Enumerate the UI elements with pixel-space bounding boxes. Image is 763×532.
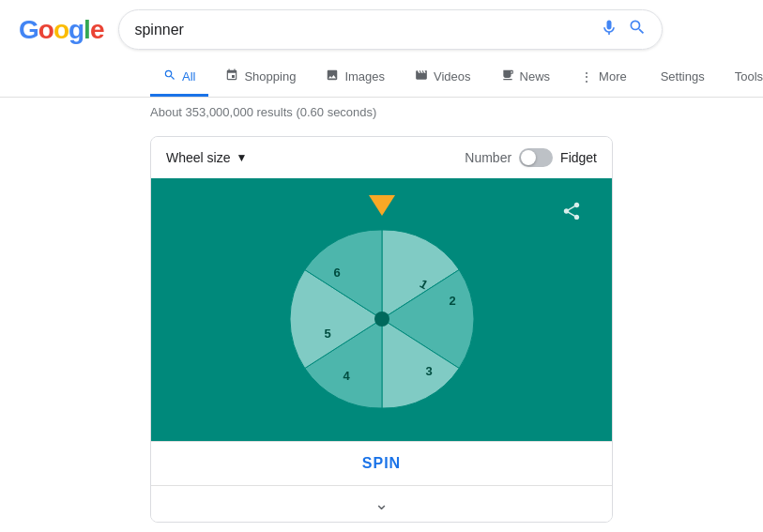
- images-icon: [326, 68, 339, 84]
- toggle-left-label: Number: [465, 150, 511, 165]
- header: Google: [0, 0, 763, 59]
- search-bar: [118, 9, 663, 50]
- spinner-widget: Wheel size ▼ Number Fidget 1 2 3: [150, 136, 613, 523]
- chevron-down-icon: ▼: [236, 151, 247, 164]
- all-icon: [163, 68, 176, 84]
- number-fidget-toggle[interactable]: [519, 148, 553, 167]
- tab-more[interactable]: ⋮ More: [567, 60, 640, 97]
- svg-text:5: 5: [324, 327, 330, 341]
- tab-all[interactable]: All: [150, 59, 208, 97]
- expand-section[interactable]: ⌄: [151, 485, 612, 522]
- tab-images[interactable]: Images: [313, 59, 398, 97]
- mic-icon[interactable]: [600, 18, 618, 41]
- search-input[interactable]: [134, 22, 590, 38]
- spin-section: SPIN: [151, 441, 612, 485]
- spinner-wheel[interactable]: 1 2 3 4 5 6: [279, 216, 485, 422]
- google-logo: Google: [19, 15, 103, 45]
- wheel-size-button[interactable]: Wheel size ▼: [166, 150, 247, 165]
- videos-icon: [415, 68, 428, 84]
- tab-news[interactable]: News: [488, 59, 564, 97]
- tab-shopping[interactable]: Shopping: [212, 59, 309, 97]
- spinner-area: 1 2 3 4 5 6: [151, 178, 612, 441]
- svg-text:3: 3: [425, 364, 432, 378]
- toggle-section: Number Fidget: [465, 148, 597, 167]
- shopping-icon: [225, 68, 238, 84]
- svg-text:2: 2: [449, 294, 455, 308]
- news-icon: [501, 68, 514, 84]
- search-bar-wrapper: [118, 9, 663, 50]
- svg-text:4: 4: [343, 369, 350, 383]
- nav-tabs: All Shopping Images Videos News ⋮ More S…: [0, 59, 763, 98]
- tab-tools[interactable]: Tools: [722, 60, 763, 96]
- more-icon: ⋮: [580, 69, 593, 84]
- svg-text:6: 6: [333, 266, 340, 280]
- spinner-pointer: [369, 195, 395, 216]
- results-info: About 353,000,000 results (0.60 seconds): [0, 98, 763, 127]
- toggle-right-label: Fidget: [560, 150, 597, 165]
- svg-point-6: [374, 312, 389, 327]
- tab-settings[interactable]: Settings: [648, 60, 718, 96]
- spin-button[interactable]: SPIN: [362, 455, 401, 472]
- search-icon[interactable]: [628, 18, 647, 41]
- widget-controls: Wheel size ▼ Number Fidget: [151, 137, 612, 178]
- chevron-down-icon: ⌄: [374, 494, 389, 513]
- tab-videos[interactable]: Videos: [402, 59, 484, 97]
